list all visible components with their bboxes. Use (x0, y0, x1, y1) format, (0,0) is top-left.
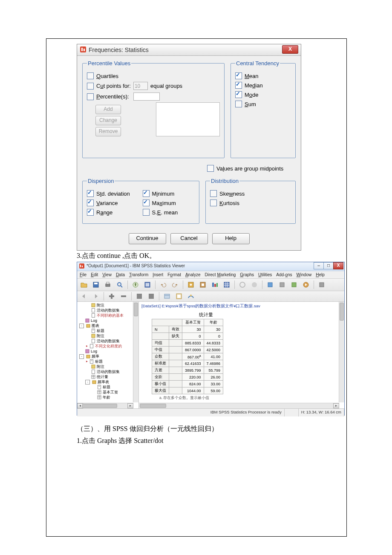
expand-icon[interactable] (134, 291, 144, 301)
mean-row[interactable]: Mean (235, 72, 291, 79)
tree-item[interactable]: Log (77, 318, 138, 323)
percentiles-row[interactable]: Percentile(s): (87, 92, 220, 101)
insert-title-icon[interactable] (277, 280, 287, 290)
quartiles-checkbox[interactable] (87, 72, 94, 79)
menu-transform[interactable]: Transform (129, 272, 148, 277)
tree-item[interactable]: ▸不同文化程度的 (77, 344, 138, 349)
redo-icon[interactable] (170, 280, 180, 290)
menu-help[interactable]: Help (316, 272, 325, 277)
skewness-row[interactable]: Skewness (210, 190, 291, 197)
range-checkbox[interactable] (87, 209, 94, 216)
undo-icon[interactable] (158, 280, 168, 290)
tree-item[interactable]: -图表 (77, 323, 138, 328)
median-checkbox[interactable] (235, 82, 242, 89)
se-checkbox[interactable] (143, 209, 150, 216)
save-icon[interactable] (91, 280, 101, 290)
tree-item[interactable]: 基本工资 (77, 390, 138, 395)
menu-window[interactable]: Window (297, 272, 312, 277)
minimize-button[interactable]: – (314, 262, 324, 269)
sum-row[interactable]: Sum (235, 101, 291, 107)
menu-file[interactable]: File (80, 272, 86, 277)
tree-item[interactable]: 附注 (77, 303, 138, 308)
export-icon[interactable] (130, 280, 141, 290)
variance-checkbox[interactable] (87, 199, 94, 206)
percentiles-checkbox[interactable] (87, 93, 94, 100)
kurtosis-row[interactable]: Kurtosis (210, 199, 291, 206)
open-icon[interactable] (79, 280, 89, 290)
promote-icon[interactable] (107, 291, 117, 301)
percentile-listbox[interactable] (156, 102, 220, 136)
tree-item[interactable]: 活动的数据集 (77, 369, 138, 374)
goto-var-icon[interactable] (198, 280, 208, 290)
designate-icon[interactable] (174, 291, 184, 301)
tree-item[interactable]: -频率 (77, 354, 138, 359)
menu-graphs[interactable]: Graphs (240, 272, 254, 277)
show-hidden-icon[interactable] (237, 280, 248, 290)
tree-item[interactable]: -频率表 (77, 379, 138, 384)
tree-item[interactable]: 年龄 (77, 395, 138, 400)
std-checkbox[interactable] (87, 190, 94, 197)
recall-icon[interactable] (142, 280, 153, 290)
range-row[interactable]: Range (87, 209, 139, 216)
show-icon[interactable] (162, 291, 172, 301)
tree-item[interactable]: 标题 (77, 384, 138, 390)
se-row[interactable]: S.E. mean (143, 209, 195, 216)
output-content[interactable]: [DataSet1] E:¥spss¥基于spss的数据分析数据文件¥口工数据.… (139, 302, 344, 408)
menu-insert[interactable]: Insert (153, 272, 163, 277)
menu-format[interactable]: Format (167, 272, 181, 277)
median-row[interactable]: Median (235, 82, 291, 89)
demote-icon[interactable] (118, 291, 129, 301)
min-checkbox[interactable] (143, 190, 150, 197)
cutpoints-input[interactable] (133, 82, 148, 90)
preview-icon[interactable] (115, 280, 125, 290)
change-button[interactable]: Change (95, 116, 121, 125)
midpoints-row[interactable]: Values are group midpoints (207, 165, 296, 172)
goto-icon[interactable] (186, 280, 196, 290)
mean-checkbox[interactable] (235, 72, 242, 79)
run-icon[interactable] (301, 280, 311, 290)
variables-icon[interactable] (210, 280, 220, 290)
content-hscrollbar[interactable]: ▸ (139, 403, 339, 408)
mode-row[interactable]: Mode (235, 91, 291, 98)
forward-icon[interactable] (91, 291, 101, 301)
tree-item[interactable]: 不同职称的基本 (77, 313, 138, 318)
percentile-input[interactable] (133, 92, 160, 101)
min-row[interactable]: Minimum (143, 190, 195, 197)
tree-item[interactable]: 统计量 (77, 374, 138, 379)
remove-button[interactable]: Remove (95, 127, 121, 136)
menu-utilities[interactable]: Utilities (258, 272, 272, 277)
menu-edit[interactable]: Edit (91, 272, 98, 277)
quartiles-checkbox-row[interactable]: Quartiles (87, 72, 220, 79)
cancel-button[interactable]: Cancel (170, 233, 208, 244)
tree-item[interactable]: ▸标题 (77, 359, 138, 364)
help-button[interactable]: Help (212, 233, 250, 244)
tree-item[interactable]: 活动的数据集 (77, 308, 138, 313)
maximize-button[interactable]: □ (323, 262, 334, 269)
kurtosis-checkbox[interactable] (210, 199, 217, 206)
menu-analyze[interactable]: Analyze (185, 272, 201, 277)
tree-item[interactable]: 附注 (77, 333, 138, 338)
tree-hscrollbar[interactable]: ◂ ▸ (77, 403, 133, 408)
tree-item[interactable]: 标题 (77, 328, 138, 333)
insert-heading-icon[interactable] (265, 280, 275, 290)
menu-view[interactable]: View (102, 272, 112, 277)
std-row[interactable]: Std. deviation (87, 190, 139, 197)
tree-item[interactable]: 附注 (77, 364, 138, 369)
content-vscrollbar[interactable] (339, 302, 344, 402)
insert-text-icon[interactable] (289, 280, 299, 290)
menu-addons[interactable]: Add-ons (276, 272, 292, 277)
continue-button[interactable]: Continue (129, 233, 166, 244)
stop-icon[interactable] (317, 280, 327, 290)
close-button[interactable]: X (282, 45, 298, 54)
skewness-checkbox[interactable] (210, 190, 217, 197)
menu-directmarketing[interactable]: Direct Marketing (205, 272, 236, 277)
cutpoints-row[interactable]: Cut points for: equal groups (87, 82, 220, 90)
viewer-close-button[interactable]: X (333, 262, 343, 269)
associate-icon[interactable] (186, 291, 196, 301)
add-button[interactable]: Add (95, 105, 121, 114)
collapse-icon[interactable] (146, 291, 156, 301)
tree-item[interactable]: 活动的数据集 (77, 338, 138, 344)
hide-icon[interactable] (249, 280, 259, 290)
midpoints-checkbox[interactable] (207, 165, 214, 172)
cutpoints-checkbox[interactable] (87, 83, 94, 90)
